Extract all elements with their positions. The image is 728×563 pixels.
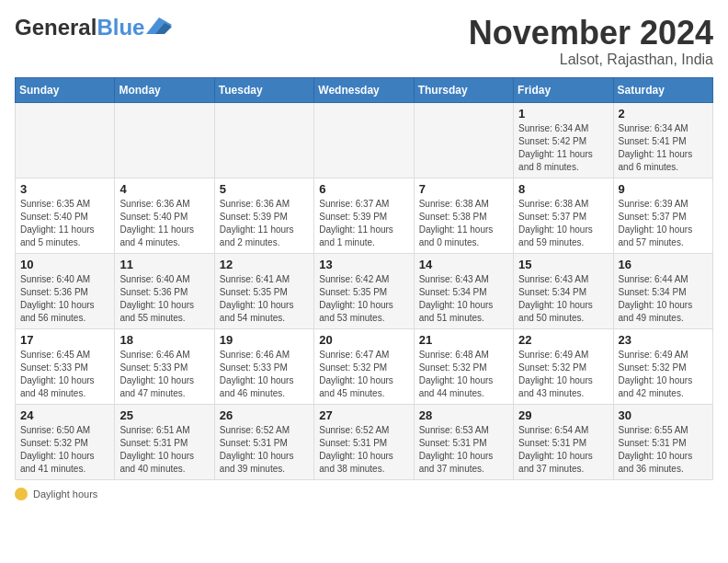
day-info: Sunrise: 6:34 AM Sunset: 5:42 PM Dayligh… — [518, 122, 608, 174]
calendar-cell: 6Sunrise: 6:37 AM Sunset: 5:39 PM Daylig… — [314, 178, 414, 253]
calendar-cell: 12Sunrise: 6:41 AM Sunset: 5:35 PM Dayli… — [214, 253, 313, 328]
day-number: 15 — [518, 258, 608, 271]
day-number: 14 — [419, 258, 508, 271]
day-number: 27 — [319, 408, 408, 422]
day-info: Sunrise: 6:41 AM Sunset: 5:35 PM Dayligh… — [220, 273, 309, 325]
logo-blue: Blue — [97, 15, 144, 40]
calendar-cell: 24Sunrise: 6:50 AM Sunset: 5:32 PM Dayli… — [16, 404, 115, 479]
day-info: Sunrise: 6:48 AM Sunset: 5:32 PM Dayligh… — [419, 349, 508, 400]
calendar-cell: 19Sunrise: 6:46 AM Sunset: 5:33 PM Dayli… — [214, 328, 313, 404]
day-info: Sunrise: 6:38 AM Sunset: 5:37 PM Dayligh… — [518, 198, 608, 249]
calendar-cell: 4Sunrise: 6:36 AM Sunset: 5:40 PM Daylig… — [115, 178, 214, 253]
day-number: 13 — [319, 258, 408, 271]
day-info: Sunrise: 6:43 AM Sunset: 5:34 PM Dayligh… — [419, 273, 508, 325]
day-number: 7 — [419, 182, 508, 196]
day-info: Sunrise: 6:43 AM Sunset: 5:34 PM Dayligh… — [518, 273, 608, 325]
day-info: Sunrise: 6:52 AM Sunset: 5:31 PM Dayligh… — [319, 424, 408, 476]
day-number: 20 — [319, 333, 408, 347]
day-number: 3 — [20, 182, 109, 196]
day-number: 25 — [119, 408, 209, 422]
calendar-cell: 27Sunrise: 6:52 AM Sunset: 5:31 PM Dayli… — [314, 404, 414, 479]
logo-icon — [146, 17, 172, 34]
calendar-cell: 25Sunrise: 6:51 AM Sunset: 5:31 PM Dayli… — [115, 404, 214, 479]
day-number: 1 — [518, 107, 608, 121]
week-row-5: 24Sunrise: 6:50 AM Sunset: 5:32 PM Dayli… — [16, 404, 713, 479]
calendar-table: SundayMondayTuesdayWednesdayThursdayFrid… — [15, 77, 713, 480]
calendar-cell — [214, 102, 313, 178]
calendar-cell: 2Sunrise: 6:34 AM Sunset: 5:41 PM Daylig… — [613, 102, 712, 178]
week-row-2: 3Sunrise: 6:35 AM Sunset: 5:40 PM Daylig… — [16, 178, 713, 253]
day-header-sunday: Sunday — [16, 77, 115, 102]
calendar-cell: 14Sunrise: 6:43 AM Sunset: 5:34 PM Dayli… — [414, 253, 513, 328]
day-info: Sunrise: 6:46 AM Sunset: 5:33 PM Dayligh… — [119, 349, 209, 400]
day-info: Sunrise: 6:54 AM Sunset: 5:31 PM Dayligh… — [518, 424, 608, 476]
day-number: 28 — [419, 408, 508, 422]
day-number: 22 — [518, 333, 608, 347]
day-info: Sunrise: 6:35 AM Sunset: 5:40 PM Dayligh… — [20, 198, 109, 249]
day-header-wednesday: Wednesday — [314, 77, 414, 102]
day-info: Sunrise: 6:49 AM Sunset: 5:32 PM Dayligh… — [619, 349, 708, 400]
day-info: Sunrise: 6:47 AM Sunset: 5:32 PM Dayligh… — [319, 349, 408, 400]
calendar-cell: 8Sunrise: 6:38 AM Sunset: 5:37 PM Daylig… — [514, 178, 613, 253]
calendar-cell: 16Sunrise: 6:44 AM Sunset: 5:34 PM Dayli… — [613, 253, 712, 328]
week-row-1: 1Sunrise: 6:34 AM Sunset: 5:42 PM Daylig… — [16, 102, 713, 178]
day-number: 26 — [220, 408, 309, 422]
day-info: Sunrise: 6:53 AM Sunset: 5:31 PM Dayligh… — [419, 424, 508, 476]
day-number: 30 — [619, 408, 708, 422]
calendar-cell: 22Sunrise: 6:49 AM Sunset: 5:32 PM Dayli… — [514, 328, 613, 404]
day-number: 4 — [119, 182, 209, 196]
day-header-thursday: Thursday — [414, 77, 513, 102]
day-number: 19 — [220, 333, 309, 347]
calendar-cell: 7Sunrise: 6:38 AM Sunset: 5:38 PM Daylig… — [414, 178, 513, 253]
day-number: 23 — [619, 333, 708, 347]
legend-sun-icon — [15, 488, 28, 500]
day-info: Sunrise: 6:39 AM Sunset: 5:37 PM Dayligh… — [619, 198, 708, 249]
week-row-4: 17Sunrise: 6:45 AM Sunset: 5:33 PM Dayli… — [16, 328, 713, 404]
legend-label: Daylight hours — [33, 488, 97, 500]
day-number: 21 — [419, 333, 508, 347]
calendar-cell: 26Sunrise: 6:52 AM Sunset: 5:31 PM Dayli… — [214, 404, 313, 479]
calendar-cell: 3Sunrise: 6:35 AM Sunset: 5:40 PM Daylig… — [16, 178, 115, 253]
month-title: November 2024 — [469, 15, 713, 52]
week-row-3: 10Sunrise: 6:40 AM Sunset: 5:36 PM Dayli… — [16, 253, 713, 328]
day-number: 18 — [119, 333, 209, 347]
day-header-saturday: Saturday — [613, 77, 712, 102]
calendar-cell: 15Sunrise: 6:43 AM Sunset: 5:34 PM Dayli… — [514, 253, 613, 328]
day-info: Sunrise: 6:34 AM Sunset: 5:41 PM Dayligh… — [619, 122, 708, 174]
logo-general: General — [15, 15, 97, 40]
logo: General Blue — [15, 15, 172, 40]
day-number: 12 — [220, 258, 309, 271]
day-number: 9 — [619, 182, 708, 196]
page-header: General Blue November 2024 Lalsot, Rajas… — [15, 15, 713, 68]
day-number: 17 — [20, 333, 109, 347]
day-info: Sunrise: 6:36 AM Sunset: 5:39 PM Dayligh… — [220, 198, 309, 249]
calendar-header-row: SundayMondayTuesdayWednesdayThursdayFrid… — [16, 77, 713, 102]
location: Lalsot, Rajasthan, India — [469, 52, 713, 68]
calendar-cell — [16, 102, 115, 178]
day-header-friday: Friday — [514, 77, 613, 102]
day-info: Sunrise: 6:45 AM Sunset: 5:33 PM Dayligh… — [20, 349, 109, 400]
day-number: 8 — [518, 182, 608, 196]
day-info: Sunrise: 6:44 AM Sunset: 5:34 PM Dayligh… — [619, 273, 708, 325]
day-info: Sunrise: 6:51 AM Sunset: 5:31 PM Dayligh… — [119, 424, 209, 476]
day-info: Sunrise: 6:50 AM Sunset: 5:32 PM Dayligh… — [20, 424, 109, 476]
day-info: Sunrise: 6:52 AM Sunset: 5:31 PM Dayligh… — [220, 424, 309, 476]
day-info: Sunrise: 6:37 AM Sunset: 5:39 PM Dayligh… — [319, 198, 408, 249]
day-number: 2 — [619, 107, 708, 121]
day-number: 5 — [220, 182, 309, 196]
calendar-cell — [414, 102, 513, 178]
calendar-cell: 18Sunrise: 6:46 AM Sunset: 5:33 PM Dayli… — [115, 328, 214, 404]
day-info: Sunrise: 6:38 AM Sunset: 5:38 PM Dayligh… — [419, 198, 508, 249]
day-info: Sunrise: 6:49 AM Sunset: 5:32 PM Dayligh… — [518, 349, 608, 400]
day-info: Sunrise: 6:40 AM Sunset: 5:36 PM Dayligh… — [119, 273, 209, 325]
calendar-cell: 29Sunrise: 6:54 AM Sunset: 5:31 PM Dayli… — [514, 404, 613, 479]
day-number: 11 — [119, 258, 209, 271]
day-info: Sunrise: 6:46 AM Sunset: 5:33 PM Dayligh… — [220, 349, 309, 400]
day-info: Sunrise: 6:42 AM Sunset: 5:35 PM Dayligh… — [319, 273, 408, 325]
calendar-cell: 1Sunrise: 6:34 AM Sunset: 5:42 PM Daylig… — [514, 102, 613, 178]
calendar-cell: 13Sunrise: 6:42 AM Sunset: 5:35 PM Dayli… — [314, 253, 414, 328]
calendar-cell: 30Sunrise: 6:55 AM Sunset: 5:31 PM Dayli… — [613, 404, 712, 479]
title-block: November 2024 Lalsot, Rajasthan, India — [469, 15, 713, 68]
calendar-cell: 10Sunrise: 6:40 AM Sunset: 5:36 PM Dayli… — [16, 253, 115, 328]
calendar-cell: 11Sunrise: 6:40 AM Sunset: 5:36 PM Dayli… — [115, 253, 214, 328]
